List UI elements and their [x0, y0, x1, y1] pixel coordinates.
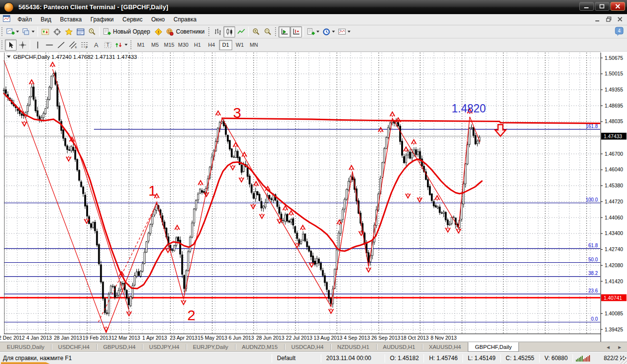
chart-tab-usdchf[interactable]: USDCHF,H4 [51, 342, 96, 352]
status-bar-time: 2013.11.04 00:00 [321, 355, 385, 362]
new-order-button[interactable]: Новый Ордер [101, 26, 152, 37]
svg-text:1.40085: 1.40085 [605, 310, 623, 316]
resize-grip[interactable] [619, 356, 627, 364]
trendline-button[interactable] [55, 39, 67, 51]
svg-text:1.48035: 1.48035 [605, 118, 623, 124]
menu-item-5[interactable]: Сервис [118, 15, 147, 24]
text-button[interactable]: A [90, 39, 102, 51]
chart-shift-button[interactable] [290, 26, 302, 37]
chart-tab-gbpusd[interactable]: GBPUSD,H4 [96, 342, 142, 352]
candle-chart-icon [225, 28, 234, 36]
title-bar[interactable]: 565436: Panteon Client Terminal - [GBPCH… [0, 0, 627, 14]
indicators-button[interactable] [305, 26, 321, 37]
toolbar-drag-handle[interactable] [130, 40, 132, 50]
templates-button[interactable] [336, 26, 352, 37]
chart-tab-usdjpy[interactable]: USDJPY,H4 [142, 342, 186, 352]
menu-item-3[interactable]: Вставка [55, 15, 86, 24]
terminal-icon [76, 28, 85, 36]
auto-scroll-button[interactable] [278, 26, 290, 37]
timeframe-m30-button[interactable]: M30 [177, 40, 190, 50]
chart-tab-eurjpy[interactable]: EURJPY,Daily [186, 342, 235, 352]
line-chart-button[interactable] [235, 26, 247, 37]
timeframe-h1-button[interactable]: H1 [191, 40, 204, 50]
svg-text:23 Apr 2013: 23 Apr 2013 [170, 335, 198, 341]
horizontal-line-button[interactable] [43, 39, 55, 51]
zoom-out-button[interactable] [262, 26, 274, 37]
svg-text:1.46040: 1.46040 [605, 166, 623, 172]
toolbar-drag-handle[interactable] [208, 27, 210, 36]
svg-text:1.50675: 1.50675 [605, 55, 623, 61]
equidistant-channel-button[interactable]: E [67, 39, 78, 51]
menu-item-4[interactable]: Графики [86, 15, 118, 24]
chevron-down-icon [348, 31, 350, 33]
chart-tabs-bar: EURUSD,DailyUSDCHF,H4GBPUSD,H4USDJPY,H4E… [0, 342, 627, 352]
menu-item-2[interactable]: Вид [37, 15, 56, 24]
chart-tab-gbpchf[interactable]: GBPCHF,Daily [468, 342, 519, 352]
mdi-restore-button[interactable] [605, 16, 612, 22]
status-profile[interactable]: Default [272, 355, 321, 362]
timeframe-m15-button[interactable]: M15 [163, 40, 176, 50]
mdi-close-button[interactable] [616, 16, 623, 22]
expert-advisors-button[interactable]: Советники [164, 26, 207, 37]
toolbar-drag-handle[interactable] [1, 27, 3, 36]
new-chart-button[interactable] [5, 26, 20, 37]
mdi-minimize-button[interactable] [594, 16, 601, 22]
toolbar-drag-handle[interactable] [275, 27, 277, 36]
timeframe-h4-button[interactable]: H4 [205, 40, 218, 50]
favorites-button[interactable] [63, 26, 74, 37]
zoom-in-button[interactable] [250, 26, 262, 37]
terminal-button[interactable] [74, 26, 86, 37]
horizontal-line-icon [45, 41, 54, 49]
arrows-button[interactable] [113, 39, 129, 51]
strategy-tester-button[interactable] [86, 26, 98, 37]
new-order-label: Новый Ордер [112, 28, 151, 35]
price-chart[interactable]: 161.8100.061.850.038.223.60.01231.48201.… [0, 52, 627, 342]
timeframe-mn-button[interactable]: MN [247, 40, 260, 50]
chart-tab-audnzd[interactable]: AUDNZD,M15 [235, 342, 284, 352]
bar-chart-button[interactable] [212, 26, 223, 37]
text-label-button[interactable]: T [102, 39, 113, 51]
restore-button[interactable] [595, 2, 609, 11]
line-studies-toolbar: EFATM1M5M15M30H1H4D1W1MN [0, 38, 627, 52]
chart-tab-usdcad[interactable]: USDCAD,H4 [284, 342, 330, 352]
menu-item-6[interactable]: Окно [147, 15, 169, 24]
chart-tab-xauusd[interactable]: XAUUSD,H4 [422, 342, 468, 352]
profiles-button[interactable] [20, 26, 36, 37]
fibonacci-button[interactable]: F [78, 39, 90, 51]
periods-icon [322, 28, 331, 36]
toolbar-drag-handle[interactable] [1, 40, 3, 50]
tab-scroll-left-icon[interactable]: ◄ [606, 345, 610, 350]
window-controls [579, 2, 625, 11]
market-watch-button[interactable] [39, 26, 51, 37]
timeframe-w1-button[interactable]: W1 [233, 40, 246, 50]
svg-text:8 Nov 2013: 8 Nov 2013 [430, 335, 457, 341]
menu-item-1[interactable]: Файл [13, 15, 37, 24]
svg-text:E: E [75, 46, 77, 49]
chart-tab-nzdusd[interactable]: NZDUSD,H1 [331, 342, 376, 352]
crosshair-button[interactable] [17, 39, 28, 51]
svg-text:0.0: 0.0 [591, 316, 598, 322]
data-window-button[interactable] [51, 26, 63, 37]
notification-badge[interactable]: 4 [615, 27, 624, 36]
timeframe-d1-button[interactable]: D1 [219, 40, 232, 50]
menu-item-7[interactable]: Справка [169, 15, 201, 24]
chart-area[interactable]: 161.8100.061.850.038.223.60.01231.48201.… [0, 52, 627, 342]
templates-icon [338, 28, 346, 36]
status-high: H: 1.45746 [424, 355, 462, 362]
cursor-button[interactable] [5, 39, 17, 51]
periods-button[interactable] [321, 26, 336, 37]
timeframe-m5-button[interactable]: M5 [148, 40, 162, 50]
svg-text:23.6: 23.6 [589, 288, 598, 293]
chart-tab-eurusd[interactable]: EURUSD,Daily [0, 342, 51, 352]
timeframe-m1-button[interactable]: M1 [134, 40, 148, 50]
svg-text:1.4820: 1.4820 [452, 102, 486, 115]
fibonacci-icon: F [80, 41, 89, 49]
minimize-button[interactable] [579, 2, 594, 11]
candle-chart-button[interactable] [223, 26, 235, 37]
vertical-line-button[interactable] [32, 39, 43, 51]
chart-tab-audusd[interactable]: AUDUSD,H1 [376, 342, 422, 352]
auto-scroll-icon [280, 28, 289, 36]
tab-scroll-right-icon[interactable]: ► [617, 345, 622, 350]
close-button[interactable] [610, 2, 625, 11]
metaeditor-button[interactable]: ! [152, 26, 164, 37]
